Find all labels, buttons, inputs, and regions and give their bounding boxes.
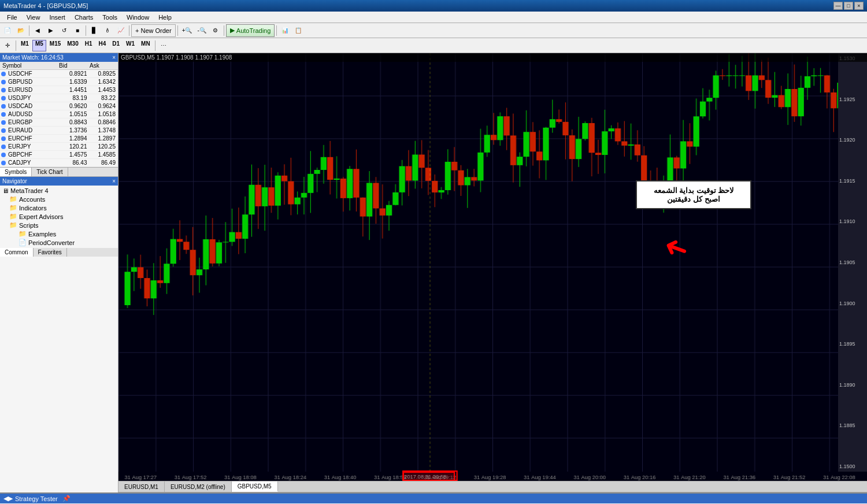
- mw-tab-symbols[interactable]: Symbols: [0, 168, 32, 176]
- nav-item[interactable]: 📁Indicators: [0, 203, 118, 212]
- period-m1[interactable]: M1: [18, 40, 32, 51]
- market-watch-row[interactable]: EURGBP 0.8843 0.8846: [0, 118, 118, 127]
- row-bid: 1.4575: [61, 151, 90, 158]
- chart-info-bar: GBPUSD,M5 1.1907 1.1908 1.1907 1.1908: [118, 53, 867, 62]
- nav-item[interactable]: 📁Examples: [0, 229, 118, 238]
- market-watch-close-icon[interactable]: ×: [112, 54, 116, 61]
- nav-item-label: Accounts: [19, 196, 45, 203]
- row-symbol: GBPCHF: [7, 151, 61, 158]
- nav-item[interactable]: 📁Expert Advisors: [0, 212, 118, 221]
- menu-help[interactable]: Help: [154, 13, 176, 22]
- close-button[interactable]: ×: [854, 2, 864, 10]
- nav-tab-favorites[interactable]: Favorites: [34, 248, 67, 257]
- row-bid: 0.9620: [61, 103, 90, 109]
- market-watch-row[interactable]: EURUSD 1.4451 1.4453: [0, 86, 118, 94]
- nav-item[interactable]: 📁Scripts: [0, 221, 118, 229]
- period-m30[interactable]: M30: [64, 40, 81, 51]
- market-watch-row[interactable]: EURCHF 1.2894 1.2897: [0, 135, 118, 143]
- period-w1[interactable]: W1: [123, 40, 138, 51]
- row-ask: 0.9624: [90, 103, 118, 109]
- refresh-btn[interactable]: ↺: [58, 24, 71, 37]
- market-watch-row[interactable]: USDJPY 83.19 83.22: [0, 94, 118, 102]
- row-bid: 86.43: [61, 160, 90, 166]
- row-symbol: EURCHF: [7, 135, 61, 142]
- chart-candle-btn[interactable]: 🕯: [101, 24, 114, 37]
- menu-window[interactable]: Window: [122, 13, 154, 22]
- properties-btn[interactable]: ⚙: [209, 24, 222, 37]
- nav-item[interactable]: 📄PeriodConverter: [0, 238, 118, 247]
- chart-tab[interactable]: EURUSD,M2 (offline): [165, 481, 232, 492]
- open-btn[interactable]: 📂: [14, 24, 27, 37]
- strategy-tester-icon: ◀▶: [3, 495, 13, 502]
- row-symbol: EURGBP: [7, 119, 61, 125]
- nav-tab-common[interactable]: Common: [0, 248, 34, 257]
- tooltip-line1: لاحظ توقيت بداية الشمعه: [644, 186, 743, 195]
- menu-insert[interactable]: Insert: [45, 13, 70, 22]
- period-mn[interactable]: MN: [138, 40, 153, 51]
- market-watch-row[interactable]: USDCAD 0.9620 0.9624: [0, 102, 118, 110]
- menu-tools[interactable]: Tools: [98, 13, 122, 22]
- back-btn[interactable]: ◀: [31, 24, 44, 37]
- new-btn[interactable]: 📄: [1, 24, 14, 37]
- zoom-out-btn[interactable]: -🔍: [195, 24, 208, 37]
- chart-tab-label: GBPUSD,M5: [238, 483, 272, 490]
- row-symbol: EURAUD: [7, 127, 61, 134]
- autotrading-button[interactable]: ▶ AutoTrading: [226, 24, 275, 37]
- price-label-3: 1.1920: [839, 137, 866, 143]
- row-dot: [1, 72, 6, 76]
- navigator-close-icon[interactable]: ×: [112, 178, 116, 184]
- market-watch-row[interactable]: EURAUD 1.3736 1.3748: [0, 127, 118, 135]
- sep2: [86, 25, 86, 36]
- row-ask: 0.8925: [90, 71, 118, 77]
- minimize-button[interactable]: —: [833, 2, 843, 10]
- menu-view[interactable]: View: [22, 13, 45, 22]
- row-bid: 0.8843: [61, 119, 90, 125]
- file-icon: 📄: [18, 239, 27, 246]
- nav-item[interactable]: 📁Accounts: [0, 195, 118, 203]
- market-watch-row[interactable]: EURJPY 120.21 120.25: [0, 143, 118, 151]
- crosshair-btn[interactable]: ✛: [1, 39, 14, 52]
- row-dot: [1, 88, 6, 92]
- row-symbol: EURJPY: [7, 143, 61, 150]
- menu-charts[interactable]: Charts: [70, 13, 98, 22]
- folder-icon: 📁: [9, 213, 17, 220]
- sep-p0: [16, 40, 16, 51]
- row-symbol: CADJPY: [7, 160, 61, 166]
- period-d1[interactable]: D1: [109, 40, 123, 51]
- more-btn[interactable]: ⋯: [157, 39, 170, 52]
- nav-item[interactable]: 🖥MetaTrader 4: [0, 187, 118, 195]
- market-watch-row[interactable]: USDCHF 0.8921 0.8925: [0, 70, 118, 78]
- chart-line-btn[interactable]: 📈: [114, 24, 127, 37]
- zoom-in-btn[interactable]: +🔍: [180, 24, 195, 37]
- stop-btn[interactable]: ■: [71, 24, 84, 37]
- chart-area[interactable]: GBPUSD,M5 1.1907 1.1908 1.1907 1.1908 لا…: [118, 53, 867, 481]
- market-watch-row[interactable]: GBPUSD 1.6339 1.6342: [0, 78, 118, 86]
- forward-btn[interactable]: ▶: [45, 24, 57, 37]
- row-symbol: USDJPY: [7, 95, 61, 101]
- row-dot: [1, 96, 6, 101]
- maximize-button[interactable]: □: [844, 2, 853, 10]
- period-m15[interactable]: M15: [47, 40, 64, 51]
- chart-tab[interactable]: EURUSD,M1: [118, 481, 165, 492]
- period-m5[interactable]: M5: [32, 40, 46, 51]
- indicators-btn[interactable]: 📊: [279, 24, 291, 37]
- market-watch-row[interactable]: GBPCHF 1.4575 1.4585: [0, 151, 118, 159]
- price-label-8: 1.1895: [839, 341, 866, 347]
- window-controls: — □ ×: [833, 2, 864, 10]
- period-h4[interactable]: H4: [96, 40, 109, 51]
- period-h1[interactable]: H1: [82, 40, 95, 51]
- mw-tab-tickchart[interactable]: Tick Chart: [32, 168, 68, 176]
- menu-file[interactable]: File: [2, 13, 22, 22]
- row-symbol: USDCHF: [7, 71, 61, 77]
- navigator-title: Navigator: [2, 178, 27, 184]
- market-watch-row[interactable]: CADJPY 86.43 86.49: [0, 159, 118, 167]
- folder-icon: 📁: [9, 195, 17, 203]
- sep5: [224, 25, 224, 36]
- chart-tab[interactable]: GBPUSD,M5: [232, 481, 278, 492]
- price-label-9: 1.1890: [839, 382, 866, 388]
- new-order-button[interactable]: + New Order: [131, 24, 176, 37]
- template-btn[interactable]: 📋: [292, 24, 305, 37]
- chart-canvas[interactable]: [118, 53, 867, 481]
- market-watch-row[interactable]: AUDUSD 1.0515 1.0518: [0, 110, 118, 118]
- chart-bar-btn[interactable]: ▊: [88, 24, 101, 37]
